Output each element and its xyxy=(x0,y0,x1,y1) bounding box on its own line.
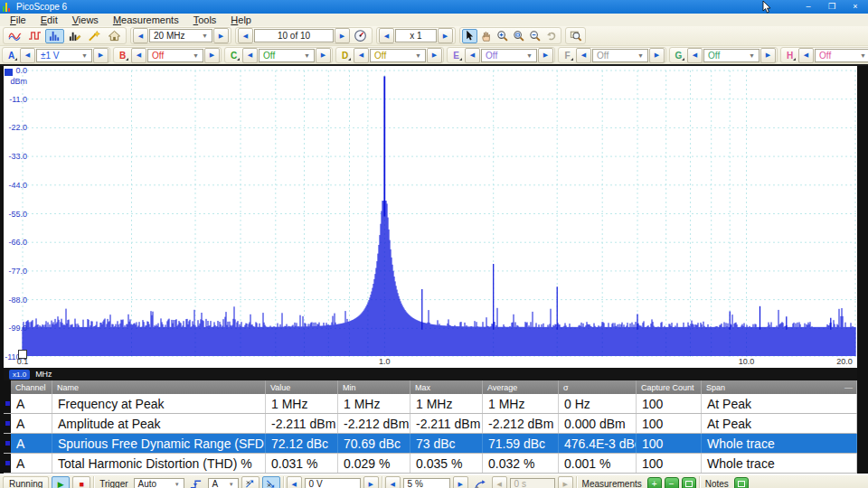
start-capture-button[interactable]: ▶ xyxy=(52,476,70,488)
channel-e-menu-button[interactable]: E xyxy=(448,48,464,62)
zoom-full-button[interactable] xyxy=(568,29,583,43)
zoom-in-button[interactable] xyxy=(495,29,510,43)
frequency-range-field[interactable]: 20 MHz▼ xyxy=(149,29,212,42)
channel-a-menu-button[interactable]: A xyxy=(4,48,19,62)
channel-a-axis-marker[interactable] xyxy=(5,69,13,76)
menu-item-file[interactable]: File xyxy=(4,14,33,26)
table-cell: A xyxy=(11,454,52,473)
edit-measurement-button[interactable] xyxy=(682,477,696,488)
table-row[interactable]: AFrequency at Peak1 MHz1 MHz1 MHz1 MHz0 … xyxy=(4,394,857,414)
advanced-trigger-button[interactable] xyxy=(471,476,489,488)
auto-setup-button[interactable] xyxy=(85,29,104,43)
rising-edge-button[interactable] xyxy=(241,476,259,488)
menu-item-views[interactable]: Views xyxy=(66,14,105,26)
channel-g-range-up-button[interactable]: ▶ xyxy=(760,48,776,63)
trigger-threshold-up-button[interactable]: ▶ xyxy=(363,476,379,488)
channel-h-range-select[interactable]: Off▼ xyxy=(815,49,868,62)
table-minimize-icon[interactable]: — xyxy=(844,383,853,392)
frequency-range-prev-button[interactable]: ◀ xyxy=(133,28,148,43)
maximize-button[interactable]: ❒ xyxy=(822,1,842,13)
channel-d-range-down-button[interactable]: ◀ xyxy=(354,48,369,63)
channel-f-range-select[interactable]: Off▼ xyxy=(592,49,648,62)
stop-capture-button[interactable]: ■ xyxy=(72,476,90,488)
channel-e-range-select[interactable]: Off▼ xyxy=(481,49,537,62)
waveform-page-field[interactable]: 10 of 10 xyxy=(254,29,334,42)
minimize-button[interactable]: – xyxy=(798,1,818,13)
add-measurement-button[interactable]: + xyxy=(647,477,662,488)
menu-item-tools[interactable]: Tools xyxy=(187,14,223,26)
menu-item-edit[interactable]: Edit xyxy=(34,14,64,26)
channel-a-range-select[interactable]: ±1 V▼ xyxy=(36,49,92,62)
channel-f-range-up-button[interactable]: ▶ xyxy=(649,48,665,63)
channel-h-range-down-button[interactable]: ◀ xyxy=(798,48,814,63)
waveform-page-next-button[interactable]: ▶ xyxy=(335,28,350,43)
channel-a-range-up-button[interactable]: ▶ xyxy=(93,48,108,63)
table-row[interactable]: AAmplitude at Peak-2.211 dBm-2.212 dBm-2… xyxy=(4,414,857,434)
zoom-factor-prev-button[interactable]: ◀ xyxy=(379,28,394,43)
trigger-source-select[interactable]: A▼ xyxy=(208,478,239,488)
pre-trigger-delay-down-button: ◀ xyxy=(492,476,507,488)
persistence-mode-button[interactable] xyxy=(25,29,44,43)
spectrum-trace[interactable] xyxy=(4,66,857,357)
channel-b-menu-button[interactable]: B xyxy=(115,48,130,62)
channel-b-range-down-button[interactable]: ◀ xyxy=(131,48,146,63)
channel-a-range-down-button[interactable]: ◀ xyxy=(20,48,35,63)
trigger-hysteresis-field[interactable]: 5 % xyxy=(403,478,450,488)
zoom-out-button[interactable] xyxy=(527,29,542,43)
x-scale-badge[interactable]: x1.0 xyxy=(9,370,30,380)
zoom-factor-field[interactable]: x 1 xyxy=(395,29,437,42)
spectrum-mode-button[interactable] xyxy=(45,29,64,43)
spectrum-plot[interactable]: 0.0-11.0-22.0-33.0-44.0-55.0-66.0-77.0-8… xyxy=(4,66,857,368)
channel-e-range-down-button[interactable]: ◀ xyxy=(465,48,480,63)
menu-item-measurements[interactable]: Measurements xyxy=(107,14,185,26)
waveform-page-prev-button[interactable]: ◀ xyxy=(238,28,253,43)
zoom-undo-button[interactable] xyxy=(543,29,559,43)
home-button[interactable] xyxy=(105,29,124,43)
channel-d-range-select[interactable]: Off▼ xyxy=(370,49,426,62)
edge-trigger-button[interactable] xyxy=(187,476,205,488)
menu-item-help[interactable]: Help xyxy=(224,14,258,26)
gauge-icon xyxy=(354,29,367,42)
channel-f-group: F◀Off▼▶ xyxy=(558,47,666,63)
table-cell: Frequency at Peak xyxy=(52,394,266,413)
zoom-window-button[interactable] xyxy=(511,29,526,43)
channel-e-range-up-button[interactable]: ▶ xyxy=(538,48,553,63)
channel-g-range-down-button[interactable]: ◀ xyxy=(687,48,703,63)
trigger-hysteresis-down-button[interactable]: ◀ xyxy=(385,476,401,488)
frequency-range-next-button[interactable]: ▶ xyxy=(213,28,229,43)
table-row[interactable]: ASpurious Free Dynamic Range (SFDR)72.12… xyxy=(4,434,857,454)
channel-b-range-up-button[interactable]: ▶ xyxy=(204,48,220,63)
channel-c-range-down-button[interactable]: ◀ xyxy=(242,48,258,63)
trigger-threshold-field[interactable]: 0 V xyxy=(305,478,361,488)
channel-f-range-down-button[interactable]: ◀ xyxy=(576,48,591,63)
notes-button[interactable] xyxy=(734,477,749,488)
channel-b-range-select[interactable]: Off▼ xyxy=(147,49,203,62)
channel-d-menu-button[interactable]: D xyxy=(337,48,353,62)
channel-f-menu-button[interactable]: F xyxy=(560,48,575,62)
channel-h-menu-button[interactable]: H xyxy=(782,48,797,62)
trigger-mode-select[interactable]: Auto▼ xyxy=(134,478,184,488)
falling-edge-button[interactable] xyxy=(262,476,280,488)
zoom-factor-next-button[interactable]: ▶ xyxy=(438,28,453,43)
close-button[interactable]: × xyxy=(845,1,865,13)
trigger-hysteresis-up-button[interactable]: ▶ xyxy=(453,476,468,488)
table-cell: 476.4E-3 dBc xyxy=(559,434,637,453)
trigger-threshold-down-button[interactable]: ◀ xyxy=(287,476,302,488)
trigger-label: Trigger xyxy=(97,479,130,488)
channel-g-range-select[interactable]: Off▼ xyxy=(703,49,760,62)
axis-drag-handle[interactable] xyxy=(18,350,27,359)
channel-c-menu-button[interactable]: C xyxy=(226,48,241,62)
remove-measurement-button[interactable]: − xyxy=(665,477,679,488)
hand-button[interactable] xyxy=(478,29,494,43)
scope-mode-button[interactable] xyxy=(5,29,24,43)
table-cell: 100 xyxy=(637,454,702,473)
channel-g-menu-button[interactable]: G xyxy=(671,48,686,62)
channel-c-range-up-button[interactable]: ▶ xyxy=(316,48,331,63)
gauge-button[interactable] xyxy=(351,29,370,43)
table-row[interactable]: ATotal Harmonic Distortion (THD) %0.031 … xyxy=(4,454,857,474)
cursor-button[interactable] xyxy=(462,29,477,43)
table-cell: At Peak xyxy=(702,394,857,413)
channel-d-range-up-button[interactable]: ▶ xyxy=(427,48,442,63)
spectrum-options-button[interactable] xyxy=(65,29,84,43)
channel-c-range-select[interactable]: Off▼ xyxy=(259,49,315,62)
